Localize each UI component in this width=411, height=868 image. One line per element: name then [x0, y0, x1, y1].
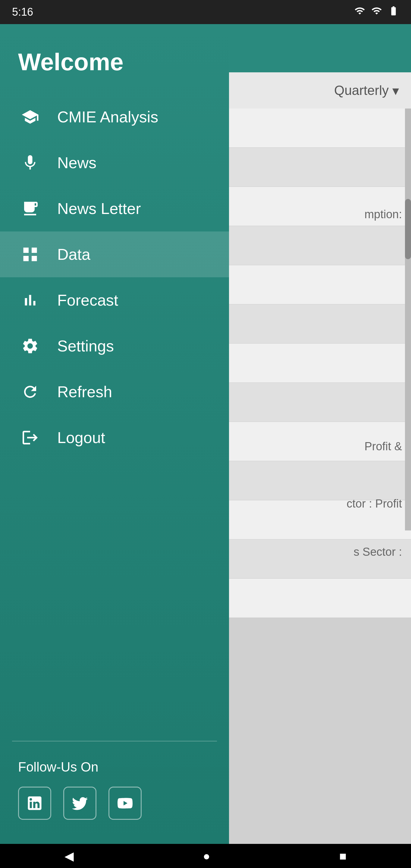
- logout-icon: [18, 426, 42, 450]
- twitter-icon[interactable]: [63, 786, 96, 820]
- refresh-icon: [18, 380, 42, 404]
- microphone-icon: [18, 151, 42, 175]
- battery-icon: [388, 5, 399, 19]
- nav-label-data: Data: [57, 245, 90, 264]
- linkedin-icon[interactable]: [18, 786, 51, 820]
- nav-item-cmie-analysis[interactable]: CMIE Analysis: [0, 94, 229, 140]
- signal-icon: [371, 5, 382, 19]
- wifi-icon: [354, 5, 365, 19]
- navigation-drawer: Welcome CMIE Analysis News: [0, 24, 229, 844]
- nav-item-logout[interactable]: Logout: [0, 415, 229, 461]
- recent-button[interactable]: ■: [327, 846, 358, 866]
- nav-item-settings[interactable]: Settings: [0, 323, 229, 369]
- status-bar: 5:16: [0, 0, 411, 24]
- bottom-nav: ◀ ● ■: [0, 844, 411, 868]
- follow-label: Follow-Us On: [18, 760, 211, 775]
- nav-label-cmie-analysis: CMIE Analysis: [57, 108, 158, 126]
- bar-chart-icon: [18, 288, 42, 312]
- drawer-footer: Follow-Us On: [0, 747, 229, 844]
- drawer-title: Welcome: [18, 49, 124, 75]
- drawer-divider: [12, 741, 217, 741]
- nav-label-logout: Logout: [57, 429, 105, 447]
- drawer-header: Welcome: [0, 24, 229, 94]
- status-time: 5:16: [12, 6, 33, 19]
- back-button[interactable]: ◀: [53, 846, 86, 866]
- drawer-overlay: Welcome CMIE Analysis News: [0, 24, 411, 844]
- nav-item-forecast[interactable]: Forecast: [0, 277, 229, 323]
- social-icons: [18, 786, 211, 820]
- gear-icon: [18, 334, 42, 358]
- nav-item-refresh[interactable]: Refresh: [0, 369, 229, 415]
- nav-label-settings: Settings: [57, 337, 114, 355]
- newspaper-icon: [18, 196, 42, 221]
- nav-label-news: News: [57, 154, 96, 172]
- graduation-icon: [18, 105, 42, 129]
- home-button[interactable]: ●: [191, 846, 222, 866]
- nav-label-news-letter: News Letter: [57, 199, 141, 218]
- youtube-icon[interactable]: [108, 786, 141, 820]
- drawer-nav: CMIE Analysis News News Letter: [0, 94, 229, 735]
- nav-label-refresh: Refresh: [57, 383, 112, 401]
- status-icons: [354, 5, 399, 19]
- nav-item-data[interactable]: Data: [0, 231, 229, 277]
- nav-label-forecast: Forecast: [57, 291, 118, 309]
- nav-item-news-letter[interactable]: News Letter: [0, 186, 229, 231]
- grid-icon: [18, 242, 42, 267]
- nav-item-news[interactable]: News: [0, 140, 229, 186]
